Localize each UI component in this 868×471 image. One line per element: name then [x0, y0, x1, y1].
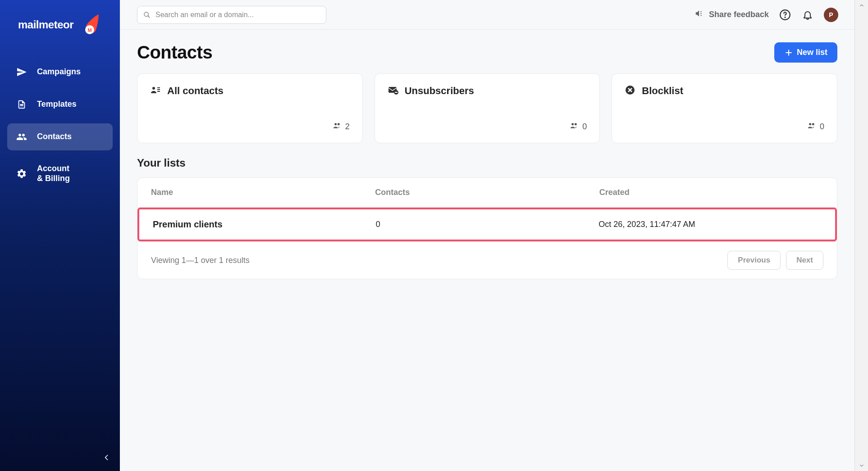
- svg-point-18: [575, 123, 577, 125]
- avatar-initial: P: [829, 11, 833, 18]
- th-name: Name: [151, 188, 375, 197]
- table-footer: Viewing 1—1 over 1 results Previous Next: [137, 241, 837, 279]
- card-unsubscribers[interactable]: Unsubscribers 0: [375, 73, 600, 143]
- help-button[interactable]: [779, 9, 791, 21]
- send-icon: [16, 67, 27, 77]
- card-all-contacts[interactable]: All contacts 2: [137, 73, 363, 143]
- people-icon: [570, 121, 579, 132]
- result-text: Viewing 1—1 over 1 results: [151, 256, 250, 265]
- notifications-button[interactable]: [801, 9, 814, 21]
- svg-point-22: [809, 123, 811, 125]
- feedback-label: Share feedback: [709, 10, 769, 19]
- section-title: Your lists: [137, 157, 837, 169]
- card-title: All contacts: [167, 85, 224, 97]
- th-contacts: Contacts: [375, 188, 599, 197]
- search-wrap: [137, 6, 326, 24]
- card-title: Blocklist: [642, 85, 683, 97]
- sidebar-item-account-billing[interactable]: Account & Billing: [7, 156, 113, 191]
- content: Contacts New list All contacts 2: [120, 30, 854, 471]
- nav-label: Campaigns: [37, 67, 81, 77]
- nav-list: Campaigns Templates Contacts Account & B…: [0, 59, 120, 197]
- table-row[interactable]: Premium clients 0 Oct 26, 2023, 11:47:47…: [137, 208, 837, 241]
- svg-point-23: [812, 123, 814, 125]
- scrollbar-down-icon[interactable]: [855, 460, 868, 471]
- brand-name: mailmeteor: [18, 18, 73, 31]
- nav-label: Templates: [37, 100, 77, 109]
- document-icon: [16, 99, 27, 110]
- card-count: 2: [345, 122, 350, 131]
- svg-line-3: [148, 16, 150, 18]
- svg-point-12: [334, 123, 337, 125]
- sidebar-collapse-toggle[interactable]: [100, 451, 113, 464]
- topbar-right: Share feedback P: [694, 8, 838, 22]
- brand-logo[interactable]: mailmeteor M: [0, 9, 120, 50]
- next-button[interactable]: Next: [786, 251, 823, 270]
- page-title: Contacts: [137, 42, 212, 63]
- gear-icon: [16, 168, 27, 179]
- people-icon: [16, 131, 27, 142]
- table-header-row: Name Contacts Created: [137, 178, 837, 208]
- svg-text:M: M: [87, 27, 91, 33]
- row-name: Premium clients: [153, 219, 376, 230]
- card-count: 0: [582, 122, 587, 131]
- row-contacts: 0: [376, 220, 599, 229]
- block-icon: [625, 85, 635, 97]
- search-icon: [143, 11, 151, 18]
- previous-button[interactable]: Previous: [727, 251, 781, 270]
- stat-cards-row: All contacts 2 Unsubscribers: [137, 73, 837, 143]
- card-blocklist[interactable]: Blocklist 0: [612, 73, 837, 143]
- share-feedback-button[interactable]: Share feedback: [694, 9, 769, 21]
- scrollbar-up-icon[interactable]: [855, 0, 868, 11]
- pager: Previous Next: [727, 251, 823, 270]
- person-list-icon: [150, 85, 161, 97]
- sidebar-item-templates[interactable]: Templates: [7, 91, 113, 118]
- search-input[interactable]: [137, 6, 326, 24]
- scrollbar[interactable]: [854, 0, 868, 471]
- sidebar: mailmeteor M Campaigns Templates: [0, 0, 120, 471]
- topbar: Share feedback P: [120, 0, 854, 30]
- card-title: Unsubscribers: [405, 85, 474, 97]
- th-created: Created: [599, 188, 823, 197]
- main-wrap: Share feedback P Contacts New list: [120, 0, 868, 471]
- unsubscribe-icon: [388, 85, 398, 97]
- sidebar-item-campaigns[interactable]: Campaigns: [7, 59, 113, 86]
- page-header: Contacts New list: [137, 42, 837, 63]
- svg-point-17: [571, 123, 574, 125]
- nav-label: Contacts: [37, 132, 72, 142]
- nav-label: Account & Billing: [37, 164, 70, 183]
- sidebar-item-contacts[interactable]: Contacts: [7, 123, 113, 150]
- meteor-icon: M: [77, 14, 100, 36]
- row-created: Oct 26, 2023, 11:47:47 AM: [598, 220, 822, 229]
- svg-point-8: [152, 87, 155, 90]
- plus-icon: [784, 48, 793, 57]
- megaphone-icon: [694, 9, 704, 21]
- people-icon: [807, 121, 816, 132]
- new-list-button[interactable]: New list: [774, 42, 837, 63]
- people-icon: [333, 121, 342, 132]
- avatar[interactable]: P: [824, 8, 838, 22]
- lists-table: Name Contacts Created Premium clients 0 …: [137, 177, 837, 279]
- new-list-label: New list: [797, 48, 827, 57]
- svg-point-13: [337, 123, 339, 125]
- svg-point-5: [785, 17, 786, 18]
- card-count: 0: [820, 122, 824, 131]
